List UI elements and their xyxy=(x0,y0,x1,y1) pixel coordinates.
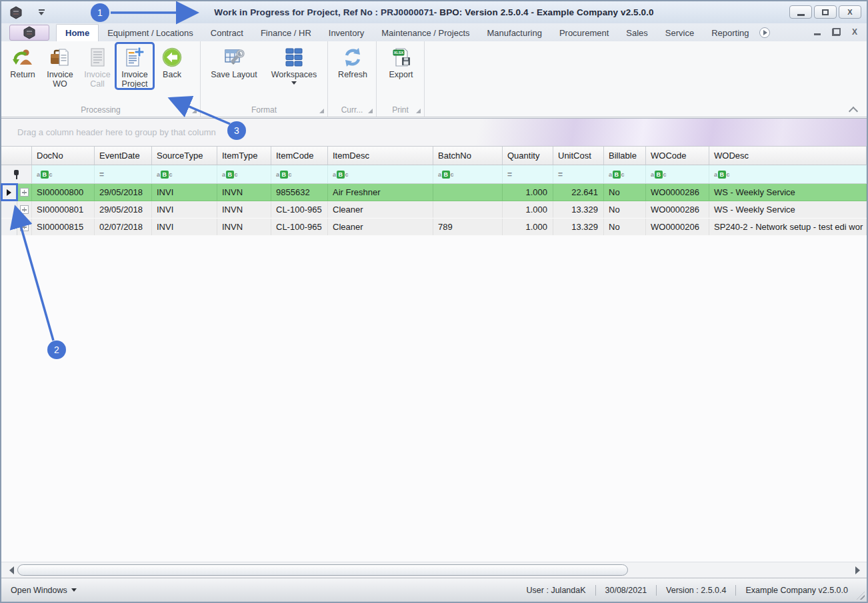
column-header-itemdesc[interactable]: ItemDesc xyxy=(328,147,433,165)
cell-batchno[interactable]: 789 xyxy=(433,219,503,235)
resize-grip[interactable] xyxy=(857,592,865,600)
application-menu-button[interactable] xyxy=(9,25,49,41)
filter-cell-unitcost[interactable]: = xyxy=(553,165,604,183)
cell-itemcode[interactable]: CL-100-965 xyxy=(271,201,328,218)
cell-itemcode[interactable]: CL-100-965 xyxy=(271,219,328,235)
cell-wodesc[interactable]: WS - Weekly Service xyxy=(709,201,867,218)
dialog-launcher-icon[interactable] xyxy=(368,109,373,113)
scroll-right-icon[interactable] xyxy=(855,566,860,574)
cell-itemcode[interactable]: 9855632 xyxy=(271,184,328,201)
row-expand-cell[interactable] xyxy=(17,219,32,235)
column-header-unitcost[interactable]: UnitCost xyxy=(553,147,604,165)
cell-itemtype[interactable]: INVN xyxy=(217,184,271,201)
cell-batchno[interactable] xyxy=(433,184,503,201)
tab-equipment-locations[interactable]: Equipment / Locations xyxy=(99,24,202,41)
group-by-panel[interactable]: Drag a column header here to group by th… xyxy=(1,119,867,147)
filter-cell-billable[interactable]: aBc xyxy=(604,165,646,183)
tab-procurement[interactable]: Procurement xyxy=(551,24,617,41)
return-button[interactable]: Return xyxy=(4,43,41,79)
cell-sourcetype[interactable]: INVI xyxy=(152,184,217,201)
filter-cell-batchno[interactable]: aBc xyxy=(433,165,503,183)
filter-cell-wodesc[interactable]: aBc xyxy=(709,165,867,183)
mdi-restore-icon[interactable] xyxy=(833,29,840,35)
filter-cell-itemcode[interactable]: aBc xyxy=(271,165,328,183)
column-header-batchno[interactable]: BatchNo xyxy=(433,147,503,165)
filter-pin-cell[interactable] xyxy=(1,165,32,183)
filter-cell-quantity[interactable]: = xyxy=(503,165,553,183)
filter-cell-docno[interactable]: aBc xyxy=(32,165,95,183)
cell-unitcost[interactable]: 13.329 xyxy=(553,201,604,218)
column-header-docno[interactable]: DocNo xyxy=(32,147,95,165)
cell-billable[interactable]: No xyxy=(604,201,646,218)
row-expand-cell[interactable] xyxy=(17,184,32,201)
column-header-itemcode[interactable]: ItemCode xyxy=(271,147,328,165)
cell-unitcost[interactable]: 22.641 xyxy=(553,184,604,201)
open-windows-button[interactable]: Open Windows xyxy=(11,586,77,595)
dialog-launcher-icon[interactable] xyxy=(319,109,324,113)
tab-reporting[interactable]: Reporting xyxy=(703,24,757,41)
column-header-eventdate[interactable]: EventDate xyxy=(95,147,152,165)
row-indicator-cell[interactable] xyxy=(1,219,17,235)
cell-quantity[interactable]: 1.000 xyxy=(503,201,553,218)
cell-billable[interactable]: No xyxy=(604,184,646,201)
cell-eventdate[interactable]: 29/05/2018 xyxy=(95,184,152,201)
mdi-minimize-icon[interactable] xyxy=(814,33,821,35)
cell-itemdesc[interactable]: Cleaner xyxy=(328,201,433,218)
cell-wocode[interactable]: WO0000286 xyxy=(646,201,709,218)
cell-batchno[interactable] xyxy=(433,201,503,218)
tab-maintenance-projects[interactable]: Maintenance / Projects xyxy=(373,24,478,41)
tab-manufacturing[interactable]: Manufacturing xyxy=(479,24,551,41)
column-header-sourcetype[interactable]: SourceType xyxy=(152,147,217,165)
filter-cell-wocode[interactable]: aBc xyxy=(646,165,709,183)
back-button[interactable]: Back xyxy=(153,43,191,79)
scroll-left-icon[interactable] xyxy=(9,566,14,574)
minimize-button[interactable] xyxy=(789,5,812,19)
table-row[interactable]: SI00000801 29/05/2018 INVI INVN CL-100-9… xyxy=(1,201,867,219)
maximize-button[interactable] xyxy=(814,5,837,19)
invoice-project-button[interactable]: Invoice Project xyxy=(116,43,153,89)
cell-sourcetype[interactable]: INVI xyxy=(152,201,217,218)
cell-eventdate[interactable]: 02/07/2018 xyxy=(95,219,152,235)
dialog-launcher-icon[interactable] xyxy=(416,109,421,113)
cell-quantity[interactable]: 1.000 xyxy=(503,219,553,235)
cell-wodesc[interactable]: SP240-2 - Network setup - test edi wor xyxy=(709,219,867,235)
column-header-quantity[interactable]: Quantity xyxy=(503,147,553,165)
cell-itemtype[interactable]: INVN xyxy=(217,201,271,218)
table-row[interactable]: SI00000815 02/07/2018 INVI INVN CL-100-9… xyxy=(1,219,867,236)
cell-eventdate[interactable]: 29/05/2018 xyxy=(95,201,152,218)
workspaces-button[interactable]: Workspaces xyxy=(265,43,323,85)
column-header-billable[interactable]: Billable xyxy=(604,147,646,165)
cell-itemdesc[interactable]: Air Freshner xyxy=(328,184,433,201)
dialog-launcher-icon[interactable] xyxy=(192,109,197,113)
tab-inventory[interactable]: Inventory xyxy=(320,24,373,41)
row-indicator-cell[interactable] xyxy=(1,201,17,218)
close-button[interactable]: X xyxy=(839,5,861,19)
save-layout-button[interactable]: Save Layout xyxy=(207,43,261,79)
column-header-itemtype[interactable]: ItemType xyxy=(217,147,271,165)
tab-sales[interactable]: Sales xyxy=(617,24,657,41)
cell-wocode[interactable]: WO0000286 xyxy=(646,184,709,201)
cell-billable[interactable]: No xyxy=(604,219,646,235)
cell-wocode[interactable]: WO0000206 xyxy=(646,219,709,235)
tab-scroll-right-icon[interactable] xyxy=(759,27,770,38)
cell-sourcetype[interactable]: INVI xyxy=(152,219,217,235)
cell-docno[interactable]: SI00000801 xyxy=(32,201,95,218)
filter-cell-itemdesc[interactable]: aBc xyxy=(328,165,433,183)
filter-cell-eventdate[interactable]: = xyxy=(95,165,152,183)
invoice-wo-button[interactable]: Invoice WO xyxy=(41,43,79,89)
column-header-wocode[interactable]: WOCode xyxy=(646,147,709,165)
cell-docno[interactable]: SI00000800 xyxy=(32,184,95,201)
cell-quantity[interactable]: 1.000 xyxy=(503,184,553,201)
table-row[interactable]: SI00000800 29/05/2018 INVI INVN 9855632 … xyxy=(1,184,867,201)
refresh-button[interactable]: Refresh xyxy=(333,43,373,79)
tab-service[interactable]: Service xyxy=(657,24,703,41)
tab-home[interactable]: Home xyxy=(56,24,99,41)
export-button[interactable]: XLSX Export xyxy=(383,43,420,79)
row-indicator-cell[interactable] xyxy=(1,184,17,201)
tab-contract[interactable]: Contract xyxy=(202,24,252,41)
cell-wodesc[interactable]: WS - Weekly Service xyxy=(709,184,867,201)
cell-itemdesc[interactable]: Cleaner xyxy=(328,219,433,235)
cell-itemtype[interactable]: INVN xyxy=(217,219,271,235)
cell-unitcost[interactable]: 13.329 xyxy=(553,219,604,235)
horizontal-scrollbar[interactable] xyxy=(1,562,867,578)
